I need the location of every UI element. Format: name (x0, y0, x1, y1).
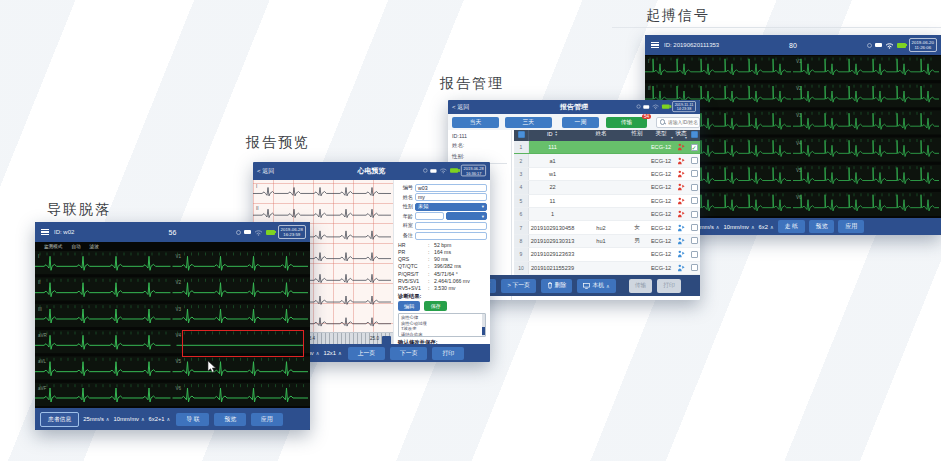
mouse-cursor (207, 360, 216, 373)
diagnosis-textbox[interactable]: 窦性心律窦性心动过缓T波改变请结合临床 (398, 313, 486, 337)
lead-off-waveform-area: IV1IIV2IIIV3aVRV4aVLV5aVFV6 (35, 250, 310, 408)
toolbar-button[interactable]: 预览 (214, 413, 246, 426)
field-input[interactable] (415, 212, 444, 220)
toolbar-button[interactable]: 预览 (809, 220, 835, 233)
datetime: 2019-06-2011:26:06 (909, 38, 937, 51)
field-input[interactable] (415, 232, 487, 240)
row-number: 10 (514, 262, 529, 274)
row-checkbox[interactable] (691, 184, 698, 191)
toolbar-button[interactable]: 上一页 (348, 347, 385, 360)
cell-type: ECG-12 (648, 184, 674, 190)
usb-icon (430, 169, 436, 173)
back-button[interactable]: < 返回 (257, 167, 274, 176)
caret-up-icon: ∧ (716, 224, 720, 230)
row-checkbox[interactable]: ✓ (691, 144, 698, 151)
row-number: 5 (514, 195, 529, 207)
transfer-queue-button[interactable]: 传输54 (606, 117, 647, 128)
cell-name: hu2 (576, 225, 626, 231)
svg-text:V5: V5 (176, 359, 182, 364)
cell-id: 111 (529, 144, 576, 150)
toolbar-button[interactable]: 应用 (251, 413, 283, 426)
usb-icon (643, 105, 649, 108)
row-number: 7 (514, 221, 529, 233)
svg-text:aVL: aVL (38, 359, 47, 364)
select-all-checkbox[interactable] (691, 131, 698, 138)
section-label-pacing: 起搏信号 (646, 7, 710, 25)
caret-up-icon: ∧ (316, 350, 320, 356)
field-select[interactable]: ▾ (446, 212, 487, 220)
filter-today-button[interactable]: 当天 (452, 117, 499, 128)
svg-text:V6: V6 (176, 386, 182, 391)
printer-icon (423, 169, 428, 174)
table-row[interactable]: 2a1ECG-12 (514, 154, 700, 167)
datetime: 2019-06-2816:23:59 (278, 225, 306, 238)
row-checkbox[interactable] (691, 264, 698, 271)
table-row[interactable]: 1111ECG-12✓ (514, 141, 700, 154)
toolbar-button[interactable]: 下一页 (390, 347, 427, 360)
caret-up-icon: ∧ (751, 224, 755, 230)
checkbox-cell (688, 170, 700, 177)
measurement-list: HR:52 bpmPR:164 msQRS:90 msQT/QTC:396/38… (396, 242, 488, 292)
cell-id: 20191029130313 (529, 238, 576, 244)
back-button[interactable]: < 返回 (452, 103, 469, 112)
checkbox-cell (688, 184, 700, 191)
field-input[interactable]: my (415, 193, 487, 201)
table-row[interactable]: 3w1ECG-12 (514, 168, 700, 181)
next-page-button[interactable]: > 下一页 (501, 279, 535, 293)
svg-text:I: I (256, 184, 257, 189)
delete-button[interactable]: 删除 (541, 279, 573, 293)
toolbar-button[interactable]: 导 联 (176, 413, 209, 426)
status-cell (674, 210, 688, 218)
table-row[interactable]: 720191029130458hu2女ECG-12 (514, 221, 700, 234)
search-box[interactable] (656, 117, 700, 128)
gain-select[interactable]: 10mm/mv∧ (723, 224, 754, 230)
svg-text:V4: V4 (176, 333, 182, 338)
layout-select[interactable]: 12x1∧ (323, 350, 341, 356)
field-input[interactable]: w03 (415, 184, 487, 192)
checkbox-cell (688, 197, 700, 204)
toolbar-button[interactable]: 走 纸 (778, 220, 805, 233)
table-row[interactable]: 511ECG-12 (514, 195, 700, 208)
cell-type: ECG-12 (648, 171, 674, 177)
lead-off-screen: ID: w02 56 2019-06-2816:23:59 监测模式自动滤波 I… (35, 222, 310, 430)
patient-id: ID: 20190620111353 (664, 42, 719, 48)
layout-select[interactable]: 6x2+1∧ (149, 416, 171, 422)
patient-form: 编号w03姓名my性别未知▾年龄▾科室备注 HR:52 bpmPR:164 ms… (393, 180, 490, 344)
row-checkbox[interactable] (691, 224, 698, 231)
table-row[interactable]: 61ECG-12 (514, 208, 700, 221)
cell-id: 1 (529, 211, 576, 217)
field-input[interactable] (415, 222, 487, 230)
field-label: 编号 (397, 184, 413, 191)
row-checkbox[interactable] (691, 237, 698, 244)
table-row[interactable]: 820191029130313hu1男ECG-12 (514, 235, 700, 248)
row-checkbox[interactable] (691, 157, 698, 164)
row-checkbox[interactable] (691, 211, 698, 218)
field-select[interactable]: 未知▾ (415, 203, 487, 211)
row-checkbox[interactable] (691, 251, 698, 258)
scrollbar-thumb[interactable] (482, 327, 486, 335)
gain-select[interactable]: 10mm/mv∧ (113, 416, 144, 422)
wifi-icon (652, 104, 660, 110)
layout-select[interactable]: 6x2∧ (759, 224, 774, 230)
status-cell (674, 224, 688, 232)
diagnosis-edit-button[interactable]: 编辑 (398, 301, 420, 311)
menu-icon[interactable] (39, 227, 51, 238)
search-input[interactable] (668, 120, 700, 125)
toolbar-button[interactable]: 打印 (432, 347, 464, 360)
local-source-select[interactable]: 本机∧ (577, 279, 615, 293)
toolbar-button[interactable]: 应用 (838, 220, 864, 233)
table-row[interactable]: 920191029123633ECG-12 (514, 248, 700, 261)
table-row[interactable]: 422ECG-12 (514, 181, 700, 194)
filter-week-button[interactable]: 一周 (562, 117, 599, 128)
table-row[interactable]: 1020191021155239ECG-12 (514, 262, 700, 275)
menu-icon[interactable] (649, 40, 661, 51)
patient-info-button[interactable]: 患者信息 (40, 412, 79, 427)
select-all-checkbox[interactable] (518, 131, 525, 138)
filter-three-days-button[interactable]: 三天 (505, 117, 552, 128)
diagnosis-save-button[interactable]: 保存 (424, 301, 446, 311)
svg-text:II: II (38, 280, 41, 285)
row-checkbox[interactable] (691, 170, 698, 177)
speed-select[interactable]: 25mm/s∧ (83, 416, 109, 422)
row-checkbox[interactable] (691, 197, 698, 204)
preview-header: < 返回 心电预览 2019-06-2816:36:17 (253, 162, 490, 180)
